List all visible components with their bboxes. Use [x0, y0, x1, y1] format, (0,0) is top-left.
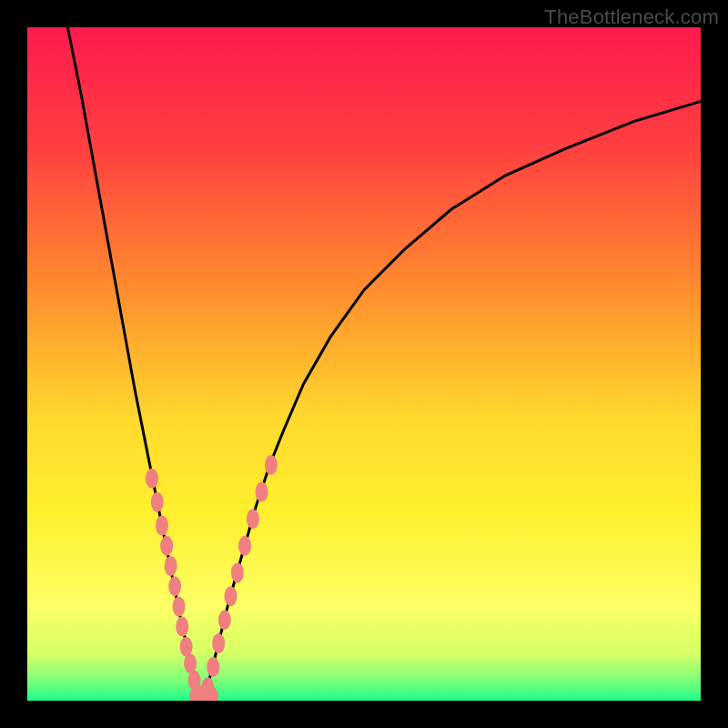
chart-svg	[27, 27, 701, 701]
lines-layer	[67, 27, 701, 701]
markers-layer	[146, 455, 278, 701]
curve-right-branch	[202, 101, 701, 701]
marker-right-markers	[247, 509, 259, 529]
chart-frame: TheBottleneck.com	[0, 0, 728, 728]
watermark-text: TheBottleneck.com	[544, 5, 719, 29]
marker-right-markers	[207, 657, 219, 677]
marker-right-markers	[238, 536, 251, 556]
marker-right-markers	[265, 455, 278, 475]
plot-area	[27, 27, 701, 701]
marker-left-markers	[165, 556, 177, 576]
marker-left-markers	[176, 617, 188, 637]
marker-right-markers	[212, 633, 225, 653]
marker-left-markers	[173, 596, 186, 616]
marker-right-markers	[256, 482, 268, 502]
marker-left-markers	[156, 516, 168, 536]
marker-left-markers	[168, 576, 181, 596]
marker-left-markers	[146, 469, 158, 489]
marker-right-markers	[218, 610, 231, 630]
marker-left-markers	[151, 492, 164, 512]
marker-right-markers	[225, 586, 238, 606]
marker-left-markers	[160, 536, 173, 556]
marker-right-markers	[231, 562, 244, 582]
